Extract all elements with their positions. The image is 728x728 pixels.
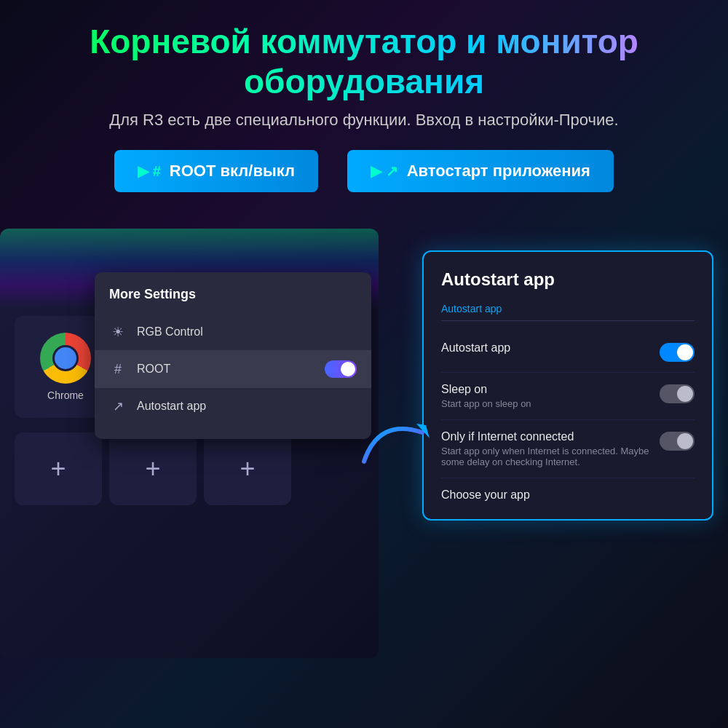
internet-only-main: Only if Internet connected	[441, 430, 660, 443]
sleep-on-main: Sleep on	[441, 383, 531, 396]
main-title: Корневой коммутатор и монитор оборудован…	[22, 22, 706, 102]
chrome-label: Chrome	[47, 389, 84, 401]
root-label: ROOT	[137, 363, 314, 376]
autostart-app-item: Autostart app	[441, 331, 695, 373]
root-hash-icon: #	[109, 362, 127, 377]
add-button-3[interactable]: +	[204, 432, 291, 505]
settings-panel: More Settings ☀ RGB Control # ROOT ↗ Aut…	[95, 272, 371, 439]
top-section: Корневой коммутатор и монитор оборудован…	[0, 0, 728, 229]
add-button-2[interactable]: +	[109, 432, 197, 505]
root-button[interactable]: ▶ # ROOT вкл/выкл	[114, 150, 318, 192]
rgb-label: RGB Control	[137, 325, 357, 339]
autostart-app-main: Autostart app	[441, 341, 510, 355]
chrome-icon	[40, 333, 91, 384]
internet-only-sub: Start app only when Internet is connecte…	[441, 446, 660, 467]
screenshot-area: Chrome Firefox ⏻ + + +	[0, 229, 728, 665]
tv-screen: Chrome Firefox ⏻ + + +	[0, 229, 379, 658]
arrow-svg	[357, 403, 444, 491]
internet-only-item: Only if Internet connected Start app onl…	[441, 420, 695, 478]
autostart-app-text: Autostart app	[441, 341, 510, 355]
autostart-section-label: Autostart app	[441, 303, 695, 321]
autostart-button[interactable]: ▶ ↗ Автостарт приложения	[347, 150, 614, 192]
settings-autostart-item[interactable]: ↗ Autostart app	[95, 388, 371, 424]
subtitle: Для R3 есть две специального функции. Вв…	[22, 111, 706, 130]
buttons-row: ▶ # ROOT вкл/выкл ▶ ↗ Автостарт приложен…	[22, 150, 706, 192]
autostart-nav-icon: ▶ ↗	[371, 162, 398, 180]
sleep-on-item: Sleep on Start app on sleep on	[441, 373, 695, 420]
arrow-indicator	[357, 403, 444, 494]
autostart-panel-title: Autostart app	[441, 269, 695, 290]
autostart-app-toggle[interactable]	[660, 343, 695, 362]
settings-root-item[interactable]: # ROOT	[95, 350, 371, 388]
root-button-label: ROOT вкл/выкл	[170, 162, 295, 181]
sleep-on-sub: Start app on sleep on	[441, 398, 531, 409]
settings-panel-title: More Settings	[95, 287, 371, 314]
choose-app-label: Choose your app	[441, 488, 530, 501]
autostart-panel: Autostart app Autostart app Autostart ap…	[422, 250, 713, 521]
autostart-button-label: Автостарт приложения	[407, 162, 590, 181]
rgb-icon: ☀	[109, 324, 127, 340]
root-toggle[interactable]	[325, 360, 357, 378]
choose-app-row[interactable]: Choose your app	[441, 478, 695, 502]
autostart-icon: ↗	[109, 398, 127, 414]
root-icon: ▶ #	[138, 162, 161, 180]
add-button-1[interactable]: +	[15, 432, 102, 505]
sleep-on-toggle[interactable]	[660, 384, 695, 403]
autostart-label: Autostart app	[137, 400, 357, 413]
sleep-on-text: Sleep on Start app on sleep on	[441, 383, 531, 409]
internet-only-text: Only if Internet connected Start app onl…	[441, 430, 660, 467]
settings-rgb-item[interactable]: ☀ RGB Control	[95, 314, 371, 350]
internet-only-toggle[interactable]	[660, 432, 695, 451]
